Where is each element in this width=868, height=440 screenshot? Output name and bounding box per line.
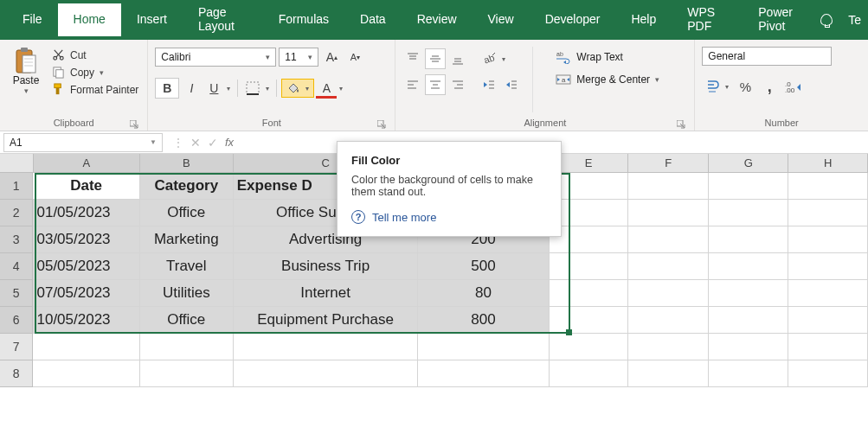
- cell-b7[interactable]: [140, 334, 234, 360]
- cell-c6[interactable]: Equipment Purchase: [234, 307, 419, 334]
- italic-button[interactable]: I: [181, 78, 202, 99]
- increase-font-button[interactable]: A▴: [321, 47, 342, 67]
- tab-file[interactable]: File: [7, 3, 58, 36]
- row-header-3[interactable]: 3: [0, 226, 33, 253]
- bold-button[interactable]: B: [155, 78, 179, 99]
- cell-g4[interactable]: [709, 253, 789, 280]
- select-all-corner[interactable]: [0, 154, 34, 172]
- cell-c8[interactable]: [234, 360, 419, 387]
- cell-b4[interactable]: Travel: [140, 253, 234, 280]
- copy-button[interactable]: Copy ▾: [52, 66, 138, 79]
- clipboard-launcher[interactable]: [130, 120, 138, 129]
- cell-g1[interactable]: [709, 173, 789, 200]
- cell-d5[interactable]: 80: [418, 280, 549, 307]
- number-format-combo[interactable]: General: [702, 47, 832, 66]
- col-header-b[interactable]: B: [140, 154, 234, 172]
- cell-h5[interactable]: [788, 280, 868, 307]
- cell-f1[interactable]: [628, 173, 709, 200]
- cell-e8[interactable]: [550, 360, 629, 387]
- col-header-f[interactable]: F: [628, 154, 709, 172]
- cell-h4[interactable]: [788, 253, 868, 280]
- decrease-indent-button[interactable]: [479, 74, 499, 95]
- align-top-button[interactable]: [402, 48, 423, 69]
- tab-insert[interactable]: Insert: [121, 3, 183, 36]
- dropdown-dots-icon[interactable]: ⋮: [173, 137, 183, 149]
- align-center-button[interactable]: [425, 74, 446, 95]
- font-launcher[interactable]: [377, 120, 386, 129]
- enter-formula-button[interactable]: ✓: [208, 136, 218, 150]
- name-box[interactable]: A1▼: [3, 133, 163, 152]
- cell-h6[interactable]: [788, 307, 868, 334]
- align-middle-button[interactable]: [425, 48, 446, 69]
- cell-g3[interactable]: [709, 226, 789, 253]
- cell-e5[interactable]: [550, 280, 629, 307]
- cell-f6[interactable]: [628, 307, 709, 334]
- row-header-1[interactable]: 1: [0, 173, 33, 200]
- tab-wps-pdf[interactable]: WPS PDF: [672, 0, 743, 43]
- cell-b8[interactable]: [140, 360, 234, 387]
- align-bottom-button[interactable]: [447, 48, 468, 69]
- cell-f5[interactable]: [628, 280, 709, 307]
- cell-a8[interactable]: [33, 360, 139, 387]
- font-name-combo[interactable]: Calibri▾: [155, 48, 276, 67]
- col-header-h[interactable]: H: [788, 154, 868, 172]
- row-header-6[interactable]: 6: [0, 307, 33, 334]
- copy-dropdown-icon[interactable]: ▾: [100, 68, 104, 77]
- tab-data[interactable]: Data: [344, 3, 402, 36]
- wrap-text-button[interactable]: ab Wrap Text: [552, 48, 663, 66]
- cut-button[interactable]: Cut: [52, 48, 138, 61]
- align-right-button[interactable]: [447, 74, 468, 95]
- cell-e4[interactable]: [550, 253, 629, 280]
- cell-e6[interactable]: [550, 307, 629, 334]
- cell-g2[interactable]: [709, 200, 789, 226]
- cell-d6[interactable]: 800: [418, 307, 549, 334]
- row-header-2[interactable]: 2: [0, 200, 33, 226]
- col-header-a[interactable]: A: [34, 154, 140, 172]
- merge-dropdown-icon[interactable]: ▾: [655, 75, 659, 84]
- tab-view[interactable]: View: [473, 3, 530, 36]
- accounting-format-button[interactable]: ▾: [702, 76, 731, 97]
- cell-d7[interactable]: [418, 334, 549, 360]
- cell-b2[interactable]: Office: [140, 200, 234, 226]
- cell-e7[interactable]: [550, 334, 629, 360]
- cell-d8[interactable]: [418, 360, 549, 387]
- cancel-formula-button[interactable]: ✕: [190, 136, 201, 150]
- cell-a6[interactable]: 10/05/2023: [33, 307, 139, 334]
- tab-formulas[interactable]: Formulas: [263, 3, 344, 36]
- cell-a4[interactable]: 05/05/2023: [33, 253, 139, 280]
- cell-h1[interactable]: [788, 173, 868, 200]
- comma-button[interactable]: ,: [759, 76, 780, 97]
- underline-button[interactable]: U▾: [203, 78, 233, 99]
- tab-help[interactable]: Help: [615, 3, 672, 36]
- cell-b3[interactable]: Marketing: [140, 226, 234, 253]
- increase-decimal-button[interactable]: .0.00: [783, 76, 804, 97]
- cell-h8[interactable]: [788, 360, 868, 387]
- cell-f4[interactable]: [628, 253, 709, 280]
- tooltip-tell-me-more[interactable]: ? Tell me more: [351, 210, 547, 224]
- cell-f3[interactable]: [628, 226, 709, 253]
- cell-a3[interactable]: 03/05/2023: [33, 226, 139, 253]
- tab-power-pivot[interactable]: Power Pivot: [743, 0, 820, 43]
- col-header-g[interactable]: G: [709, 154, 789, 172]
- cell-a2[interactable]: 01/05/2023: [33, 200, 139, 226]
- cell-b5[interactable]: Utilities: [140, 280, 234, 307]
- font-size-combo[interactable]: 11▾: [279, 48, 318, 67]
- paste-dropdown-icon[interactable]: ▾: [24, 86, 29, 95]
- cell-d4[interactable]: 500: [418, 253, 549, 280]
- cell-a1[interactable]: Date: [33, 173, 139, 200]
- cell-b6[interactable]: Office: [140, 307, 234, 334]
- cell-a7[interactable]: [33, 334, 139, 360]
- merge-center-button[interactable]: a Merge & Center ▾: [552, 71, 663, 88]
- fx-icon[interactable]: fx: [225, 136, 234, 149]
- row-header-4[interactable]: 4: [0, 253, 33, 280]
- row-header-5[interactable]: 5: [0, 280, 33, 307]
- cell-c7[interactable]: [234, 334, 419, 360]
- align-left-button[interactable]: [402, 74, 423, 95]
- cell-a5[interactable]: 07/05/2023: [33, 280, 139, 307]
- cell-f2[interactable]: [628, 200, 709, 226]
- cell-c5[interactable]: Internet: [234, 280, 419, 307]
- tab-review[interactable]: Review: [402, 3, 473, 36]
- cell-g7[interactable]: [709, 334, 789, 360]
- orientation-button[interactable]: ab▾: [479, 48, 508, 69]
- tell-me-icon[interactable]: [820, 14, 833, 26]
